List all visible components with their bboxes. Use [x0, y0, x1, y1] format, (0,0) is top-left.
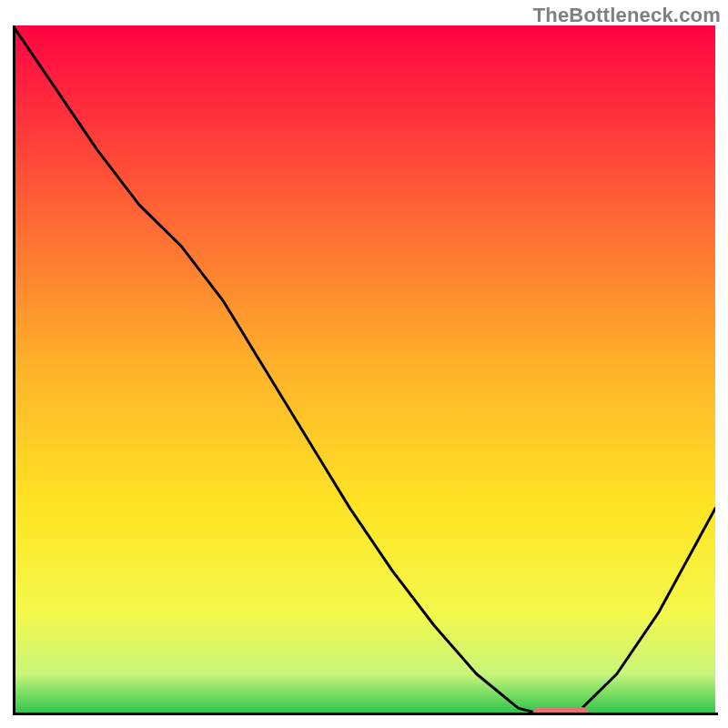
y-axis-line: [13, 25, 15, 715]
watermark-text: TheBottleneck.com: [533, 4, 721, 27]
plot-area: [13, 25, 715, 715]
chart-container: TheBottleneck.com: [0, 0, 728, 728]
optimal-marker: [13, 25, 715, 715]
x-axis-line: [13, 713, 718, 715]
